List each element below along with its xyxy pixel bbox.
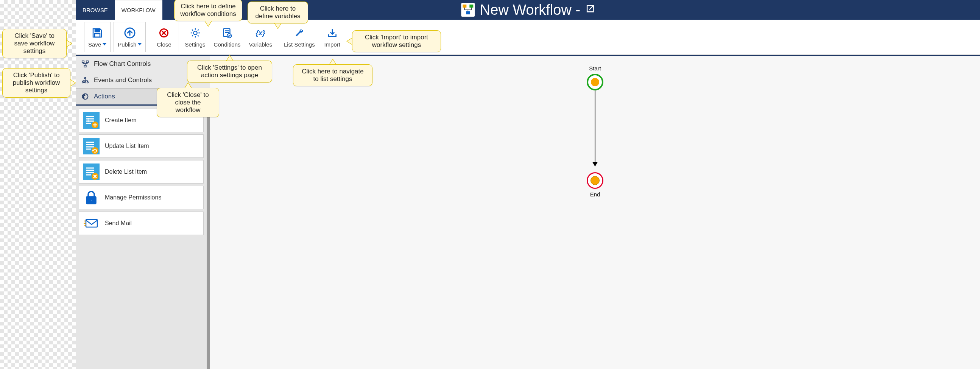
- action-delete-list-item[interactable]: Delete List Item: [79, 160, 204, 184]
- variables-button[interactable]: {x} Variables: [245, 22, 276, 52]
- svg-point-21: [88, 116, 89, 117]
- save-caret-icon: [103, 43, 107, 45]
- conditions-icon: [221, 27, 233, 39]
- open-in-new-icon[interactable]: [585, 3, 595, 17]
- import-icon: [326, 27, 339, 39]
- update-item-icon: [83, 138, 100, 154]
- publish-icon: [124, 27, 136, 39]
- publish-button[interactable]: Publish: [113, 22, 146, 52]
- variables-icon: {x}: [255, 27, 266, 39]
- lock-icon: [83, 189, 100, 206]
- actions-list[interactable]: Create Item Update List Item Delete List…: [76, 106, 210, 369]
- svg-point-8: [193, 31, 197, 35]
- conditions-button[interactable]: Conditions: [210, 22, 245, 52]
- svg-point-22: [88, 118, 89, 119]
- end-node[interactable]: [587, 172, 603, 189]
- save-button[interactable]: Save: [84, 22, 111, 52]
- tab-workflow[interactable]: WORKFLOW: [115, 0, 162, 20]
- callout-conditions: Click here to define workflow conditions: [174, 0, 242, 21]
- action-update-list-item[interactable]: Update List Item: [79, 134, 204, 158]
- svg-point-23: [88, 120, 89, 122]
- close-label: Close: [157, 41, 171, 48]
- svg-rect-2: [469, 5, 473, 8]
- action-label: Update List Item: [105, 143, 149, 150]
- gear-icon: [189, 27, 201, 39]
- create-item-icon: [83, 112, 100, 129]
- svg-text:{x}: {x}: [256, 29, 266, 37]
- close-icon: [158, 27, 170, 39]
- action-label: Send Mail: [105, 220, 132, 227]
- svg-rect-3: [466, 11, 470, 14]
- app: BROWSE WORKFLOW New Workflow -: [76, 0, 980, 369]
- page-title-text: New Workflow -: [480, 2, 580, 18]
- end-label: End: [590, 191, 600, 197]
- callout-close: Click 'Close' to close the workflow: [157, 88, 219, 117]
- events-icon: [81, 76, 89, 84]
- action-label: Manage Permissions: [105, 194, 161, 201]
- svg-point-17: [87, 82, 89, 83]
- callout-variables: Click here to define variables: [248, 2, 308, 24]
- settings-label: Settings: [185, 41, 205, 48]
- action-label: Create Item: [105, 117, 137, 124]
- conditions-label: Conditions: [214, 41, 241, 48]
- list-settings-label: List Settings: [284, 41, 315, 48]
- start-node[interactable]: [587, 74, 603, 91]
- action-label: Delete List Item: [105, 169, 147, 175]
- import-button[interactable]: Import: [319, 22, 345, 52]
- svg-point-18: [84, 82, 86, 83]
- mail-icon: [83, 215, 100, 232]
- close-button[interactable]: Close: [151, 22, 177, 52]
- workflow-icon: [460, 2, 476, 17]
- workflow-canvas[interactable]: Start End: [210, 56, 980, 369]
- publish-label: Publish: [118, 41, 136, 48]
- wrench-icon: [293, 27, 305, 39]
- callout-list-settings: Click here to navigate to list settings: [293, 64, 372, 86]
- flow-diagram: Start End: [587, 65, 603, 197]
- action-manage-permissions[interactable]: Manage Permissions: [79, 186, 204, 209]
- callout-save: Click 'Save' to save workflow settings: [2, 29, 67, 58]
- accordion-label: Actions: [94, 93, 115, 100]
- list-settings-button[interactable]: List Settings: [280, 22, 319, 52]
- callout-settings: Click 'Settings' to open action settings…: [187, 60, 272, 83]
- accordion-label: Events and Controls: [94, 76, 152, 84]
- tab-strip: BROWSE WORKFLOW: [76, 0, 162, 20]
- accordion-label: Flow Chart Controls: [94, 60, 151, 68]
- page-title: New Workflow -: [460, 0, 595, 20]
- svg-point-15: [84, 78, 86, 79]
- svg-point-16: [82, 82, 84, 83]
- flowchart-icon: [81, 60, 89, 68]
- import-label: Import: [324, 41, 340, 48]
- save-icon: [91, 27, 103, 39]
- svg-rect-4: [95, 29, 100, 32]
- action-send-mail[interactable]: Send Mail: [79, 212, 204, 235]
- actions-icon: [81, 92, 89, 101]
- variables-label: Variables: [249, 41, 272, 48]
- start-label: Start: [589, 65, 601, 72]
- svg-rect-13: [86, 61, 89, 63]
- delete-item-icon: [83, 164, 100, 180]
- svg-rect-1: [463, 5, 466, 8]
- connector-arrow: [595, 91, 595, 166]
- callout-import: Click 'Import' to import workflow settin…: [352, 30, 441, 52]
- save-label: Save: [88, 41, 101, 48]
- publish-caret-icon: [138, 43, 142, 45]
- svg-point-30: [91, 199, 92, 201]
- callout-publish: Click 'Publish' to publish workflow sett…: [2, 68, 70, 98]
- svg-rect-12: [82, 61, 84, 63]
- tab-browse[interactable]: BROWSE: [76, 0, 115, 20]
- svg-rect-31: [86, 219, 97, 227]
- svg-rect-14: [84, 65, 86, 67]
